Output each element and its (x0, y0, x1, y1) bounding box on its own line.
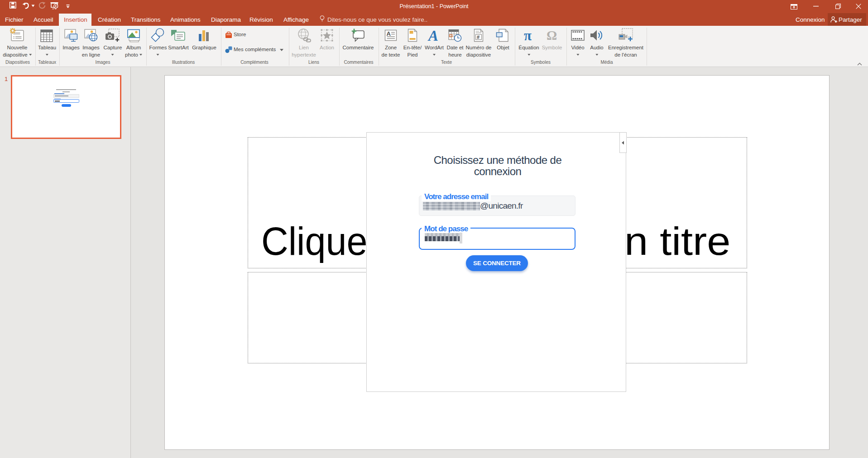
svg-text:Ω: Ω (547, 28, 557, 43)
svg-text:A: A (387, 30, 391, 37)
svg-text:π: π (524, 28, 532, 43)
svg-text:A: A (427, 28, 438, 43)
svg-text:#: # (477, 34, 480, 40)
